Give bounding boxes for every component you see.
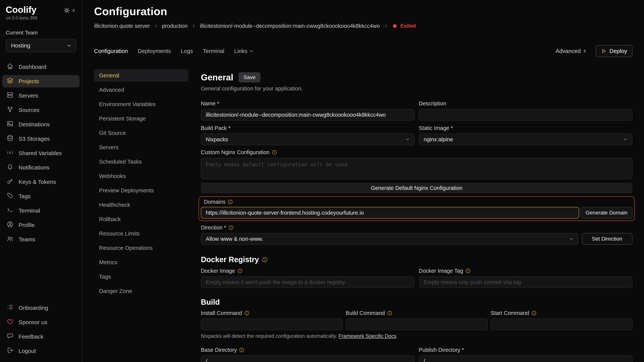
domains-input[interactable] bbox=[201, 207, 579, 219]
build-pack-field: Build Pack * Nixpacks bbox=[201, 125, 414, 145]
sidebar-item-servers[interactable]: Servers bbox=[2, 89, 80, 102]
deploy-button[interactable]: Deploy bbox=[596, 45, 632, 57]
subnav-item-persistent-storage[interactable]: Persistent Storage bbox=[94, 112, 188, 125]
subnav-item-advanced[interactable]: Advanced bbox=[94, 84, 188, 96]
sidebar-item-projects[interactable]: Projects bbox=[2, 75, 80, 87]
info-icon[interactable] bbox=[228, 225, 234, 230]
name-field: Name * bbox=[201, 100, 414, 121]
info-icon[interactable] bbox=[239, 348, 244, 353]
info-icon[interactable] bbox=[387, 311, 392, 316]
team-select[interactable]: Hosting bbox=[6, 39, 76, 52]
save-button[interactable]: Save bbox=[238, 72, 260, 82]
breadcrumb-item-environment[interactable]: production bbox=[162, 23, 188, 29]
build-pack-select[interactable]: Nixpacks bbox=[201, 133, 414, 145]
tab-links[interactable]: Links bbox=[234, 48, 254, 54]
sidebar-item-s3-storages[interactable]: S3 Storages bbox=[2, 133, 80, 145]
sidebar-item-label: Dashboard bbox=[18, 64, 46, 70]
start-command-input[interactable] bbox=[491, 319, 632, 330]
sidebar-item-destinations[interactable]: Destinations bbox=[2, 118, 80, 130]
subnav-item-environment-variables[interactable]: Environment Variables bbox=[94, 98, 188, 110]
sidebar-item-tags[interactable]: Tags bbox=[2, 190, 80, 202]
install-command-input[interactable] bbox=[201, 319, 343, 330]
terminal-icon bbox=[6, 206, 14, 215]
docker-image-tag-input[interactable] bbox=[419, 276, 632, 288]
tab-deployments[interactable]: Deployments bbox=[138, 48, 171, 54]
direction-select[interactable]: Allow www & non-www. bbox=[201, 233, 578, 245]
set-direction-button[interactable]: Set Direction bbox=[582, 233, 632, 245]
sidebar-item-notifications[interactable]: Notifications bbox=[2, 161, 80, 174]
build-command-input[interactable] bbox=[346, 319, 488, 330]
sidebar-item-sponsor-us[interactable]: Sponsor us bbox=[2, 316, 80, 328]
generate-domain-button[interactable]: Generate Domain bbox=[580, 207, 632, 219]
tab-terminal[interactable]: Terminal bbox=[203, 48, 224, 54]
info-icon[interactable] bbox=[244, 311, 250, 316]
subnav-item-git-source[interactable]: Git Source bbox=[94, 127, 188, 139]
publish-directory-field: Publish Directory * bbox=[419, 347, 632, 362]
general-section-title: General bbox=[201, 72, 233, 82]
tab-links-label: Links bbox=[234, 48, 248, 54]
sidebar-item-onboarding[interactable]: Onboarding bbox=[2, 302, 80, 314]
advanced-dropdown[interactable]: Advanced bbox=[556, 48, 587, 54]
docker-image-input[interactable] bbox=[201, 276, 414, 288]
sidebar-item-label: Logout bbox=[18, 348, 36, 354]
subnav-item-resource-limits[interactable]: Resource Limits bbox=[94, 227, 188, 240]
subnav-item-general[interactable]: General bbox=[94, 69, 188, 82]
custom-nginx-field: Custom Nginx Configuration bbox=[201, 149, 632, 179]
sidebar-item-profile[interactable]: Profile bbox=[2, 219, 80, 231]
breadcrumb-item-application[interactable]: illicitestonion/-module--decomposition:m… bbox=[200, 23, 380, 29]
subnav-item-scheduled-tasks[interactable]: Scheduled Tasks bbox=[94, 155, 188, 168]
subnav-item-resource-operations[interactable]: Resource Operations bbox=[94, 242, 188, 254]
sidebar-item-shared-variables[interactable]: (x) Shared Variables bbox=[2, 147, 80, 159]
info-icon[interactable] bbox=[466, 268, 470, 274]
description-input[interactable] bbox=[419, 109, 632, 121]
static-image-value: nginx:alpine bbox=[424, 136, 453, 143]
static-image-select[interactable]: nginx:alpine bbox=[419, 133, 632, 145]
info-icon[interactable] bbox=[238, 268, 242, 274]
name-input[interactable] bbox=[201, 109, 414, 121]
subnav-item-tags[interactable]: Tags bbox=[94, 271, 188, 283]
framework-docs-link[interactable]: Framework Specific Docs bbox=[338, 333, 396, 339]
selector-icon[interactable] bbox=[71, 8, 76, 13]
sidebar-item-label: Keys & Tokens bbox=[18, 179, 56, 185]
subnav-item-healthcheck[interactable]: Healthcheck bbox=[94, 199, 188, 211]
subnav-item-rollback[interactable]: Rollback bbox=[94, 213, 188, 225]
generate-nginx-config-button[interactable]: Generate Default Nginx Configuration bbox=[201, 183, 632, 193]
home-icon bbox=[6, 63, 14, 71]
build-section-title: Build bbox=[201, 298, 632, 306]
subnav-item-servers[interactable]: Servers bbox=[94, 141, 188, 154]
info-icon[interactable] bbox=[272, 150, 277, 155]
sidebar-item-logout[interactable]: Logout bbox=[2, 345, 80, 357]
sidebar-item-label: Sources bbox=[18, 107, 39, 113]
sidebar-item-sources[interactable]: Sources bbox=[2, 104, 80, 116]
sidebar-item-label: S3 Storages bbox=[18, 136, 50, 142]
sidebar-item-feedback[interactable]: Feedback bbox=[2, 331, 80, 343]
subnav-item-metrics[interactable]: Metrics bbox=[94, 256, 188, 269]
theme-switcher[interactable] bbox=[64, 7, 76, 14]
sidebar-item-teams[interactable]: Teams bbox=[2, 233, 80, 246]
domains-highlight-box: Domains Generate Domain bbox=[198, 196, 635, 221]
sidebar-item-terminal[interactable]: Terminal bbox=[2, 204, 80, 217]
subnav-item-danger-zone[interactable]: Danger Zone bbox=[94, 285, 188, 297]
breadcrumb-item-project[interactable]: illicitonion quote server bbox=[94, 23, 150, 29]
build-pack-value: Nixpacks bbox=[206, 136, 228, 143]
info-icon[interactable] bbox=[531, 311, 536, 316]
sidebar-item-label: Sponsor us bbox=[18, 319, 47, 326]
info-icon[interactable] bbox=[228, 199, 233, 204]
tab-logs[interactable]: Logs bbox=[181, 48, 193, 54]
publish-directory-input[interactable] bbox=[419, 356, 632, 362]
subnav-item-webhooks[interactable]: Webhooks bbox=[94, 170, 188, 182]
sidebar-item-dashboard[interactable]: Dashboard bbox=[2, 61, 80, 73]
sidebar-item-label: Destinations bbox=[18, 121, 50, 128]
sun-icon[interactable] bbox=[64, 7, 70, 14]
info-icon[interactable] bbox=[262, 257, 268, 263]
breadcrumb: illicitonion quote server production ill… bbox=[94, 23, 632, 29]
tab-bar: Configuration Deployments Logs Terminal … bbox=[94, 45, 632, 57]
base-directory-input[interactable] bbox=[201, 356, 414, 362]
subnav-item-preview-deployments[interactable]: Preview Deployments bbox=[94, 184, 188, 197]
configuration-content: General Advanced Environment Variables P… bbox=[94, 68, 632, 362]
custom-nginx-textarea[interactable] bbox=[201, 158, 632, 179]
sidebar-item-label: Onboarding bbox=[18, 305, 48, 311]
tab-configuration[interactable]: Configuration bbox=[94, 48, 128, 54]
tag-icon bbox=[6, 192, 14, 200]
sidebar-item-keys-tokens[interactable]: Keys & Tokens bbox=[2, 176, 80, 188]
